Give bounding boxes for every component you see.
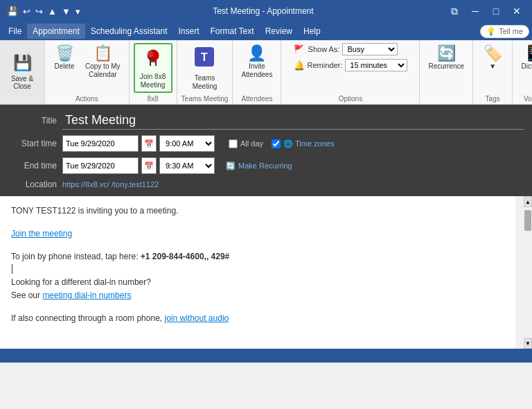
close-button[interactable]: ✕ xyxy=(507,1,526,21)
start-time-select[interactable]: 9:00 AM 9:30 AM 10:00 AM xyxy=(159,135,215,152)
ribbon-group-8x8: Join 8x8 Meeting 8x8 xyxy=(130,40,177,104)
flag-icon: 🚩 xyxy=(294,44,304,54)
options-items: 🚩 Show As: Busy Free Tentative Out of Of… xyxy=(294,43,408,94)
title-input[interactable] xyxy=(62,112,524,130)
menu-review[interactable]: Review xyxy=(260,24,298,39)
start-calendar-button[interactable]: 📅 xyxy=(141,135,157,152)
intro-paragraph: TONY TEST1122 is inviting you to a meeti… xyxy=(11,204,504,218)
menu-format-text[interactable]: Format Text xyxy=(205,24,260,39)
tags-button[interactable]: 🏷️ ▼ xyxy=(477,43,508,73)
tags-icon: 🏷️ xyxy=(484,46,502,61)
ribbon-group-attendees: 👤 Invite Attendees Attendees xyxy=(233,40,281,104)
customize-qat-button[interactable]: ▾ xyxy=(74,5,82,18)
attendees-buttons: 👤 Invite Attendees xyxy=(237,43,276,94)
all-day-checkbox[interactable] xyxy=(229,139,238,148)
make-recurring-button[interactable]: 🔄 Make Recurring xyxy=(226,162,292,171)
maximize-button[interactable]: □ xyxy=(486,1,506,21)
minimize-button[interactable]: ─ xyxy=(466,1,485,21)
menu-insert[interactable]: Insert xyxy=(172,24,204,39)
content-area-wrapper: TONY TEST1122 is inviting you to a meeti… xyxy=(0,196,532,349)
location-link[interactable]: https://8x8.vc/ /tony.test1122 xyxy=(62,180,159,189)
join-without-audio-link[interactable]: join without audio xyxy=(165,313,229,323)
teams-meeting-label: Teams Meeting xyxy=(193,74,218,91)
location-row: Location https://8x8.vc/ /tony.test1122 xyxy=(0,177,532,192)
show-as-label: Show As: xyxy=(308,45,340,53)
join-8x8-button[interactable]: Join 8x8 Meeting xyxy=(134,43,172,93)
save-close-icon: 💾 xyxy=(13,54,32,72)
save-close-label: Save & Close xyxy=(11,75,33,90)
room-phone-text: If also connecting through a room phone, xyxy=(11,313,162,323)
start-time-label: Start time xyxy=(8,139,57,148)
lightbulb-icon: 💡 xyxy=(486,27,496,36)
delete-button[interactable]: 🗑️ Delete xyxy=(49,43,80,73)
location-label: Location xyxy=(8,180,57,189)
window-title: Test Meeting - Appointment xyxy=(82,6,445,16)
ribbon-group-options: 🚩 Show As: Busy Free Tentative Out of Of… xyxy=(281,40,420,104)
quick-access-toolbar: 💾 ↩ ↪ ▲ ▼ ▾ xyxy=(6,5,82,18)
menu-scheduling[interactable]: Scheduling Assistant xyxy=(85,24,173,39)
time-zones-link[interactable]: 🌐 Time zones xyxy=(283,139,334,148)
copy-to-calendar-button[interactable]: 📋 Copy to My Calendar xyxy=(81,43,125,82)
arrow-up-qat-button[interactable]: ▲ xyxy=(46,5,58,18)
redo-qat-button[interactable]: ↪ xyxy=(34,5,44,18)
ribbon-group-teams: T Teams Meeting Teams Meeting xyxy=(177,40,233,104)
dictate-button[interactable]: 📱 Dictate xyxy=(517,43,532,73)
menu-help[interactable]: Help xyxy=(298,24,326,39)
teams-meeting-button[interactable]: T Teams Meeting xyxy=(188,43,222,94)
end-time-row: End time 📅 9:30 AM 10:00 AM 10:30 AM 🔄 M… xyxy=(0,155,532,177)
room-phone-paragraph: If also connecting through a room phone,… xyxy=(11,312,504,325)
teams-icon: T xyxy=(193,46,215,73)
invite-label: Invite Attendees xyxy=(241,62,272,79)
title-bar: 💾 ↩ ↪ ▲ ▼ ▾ Test Meeting - Appointment ⧉… xyxy=(0,0,532,22)
menu-file[interactable]: File xyxy=(3,24,27,39)
end-calendar-button[interactable]: 📅 xyxy=(141,157,157,174)
8x8-buttons: Join 8x8 Meeting xyxy=(134,43,172,94)
end-time-select[interactable]: 9:30 AM 10:00 AM 10:30 AM xyxy=(159,157,215,174)
ribbon-group-tags: 🏷️ ▼ Tags xyxy=(473,40,513,104)
title-row: Title xyxy=(0,109,532,132)
recurrence-button[interactable]: 🔄 Recurrence xyxy=(424,43,468,73)
show-as-select[interactable]: Busy Free Tentative Out of Office xyxy=(342,43,398,55)
scroll-thumb[interactable] xyxy=(524,210,531,231)
reminder-select[interactable]: 15 minutes 5 minutes 30 minutes 1 hour xyxy=(345,59,407,71)
scroll-down-button[interactable]: ▼ xyxy=(524,338,532,349)
undo-qat-button[interactable]: ↩ xyxy=(21,5,32,18)
see-our-paragraph: See our meeting dial-in numbers xyxy=(11,289,504,302)
tell-me-box[interactable]: 💡 Tell me xyxy=(480,25,529,38)
svg-point-2 xyxy=(148,51,153,58)
delete-icon: 🗑️ xyxy=(55,46,74,61)
arrow-down-qat-button[interactable]: ▼ xyxy=(60,5,72,18)
ribbon-group-recurrence: 🔄 Recurrence xyxy=(420,40,473,104)
menu-appointment[interactable]: Appointment xyxy=(27,24,85,39)
window-controls: ⧉ ─ □ ✕ xyxy=(445,1,526,21)
tell-me-label: Tell me xyxy=(499,27,523,35)
join-8x8-label: Join 8x8 Meeting xyxy=(140,73,166,89)
microphone-icon: 📱 xyxy=(523,46,532,61)
actions-group-label: Actions xyxy=(76,95,98,103)
join-meeting-link[interactable]: Join the meeting xyxy=(11,229,72,238)
join-8x8-icon xyxy=(141,46,166,71)
content-area: TONY TEST1122 is inviting you to a meeti… xyxy=(0,196,524,349)
restore-button[interactable]: ⧉ xyxy=(445,1,464,21)
start-date-input[interactable] xyxy=(62,135,139,152)
end-date-input[interactable] xyxy=(62,157,139,174)
time-zones-checkbox[interactable] xyxy=(272,139,281,148)
scroll-up-button[interactable]: ▲ xyxy=(524,196,532,207)
reminder-label: Reminder: xyxy=(308,61,343,69)
8x8-group-label: 8x8 xyxy=(148,95,159,103)
phone-number: +1 209-844-4600,, 429# xyxy=(141,252,229,261)
voice-group-label: Voice xyxy=(524,95,532,103)
save-qat-button[interactable]: 💾 xyxy=(6,5,19,18)
save-close-button[interactable]: 💾 Save & Close xyxy=(3,49,42,95)
intro-text: TONY TEST1122 is inviting you to a meeti… xyxy=(11,206,178,216)
delete-label: Delete xyxy=(55,62,75,71)
join-link-paragraph: Join the meeting xyxy=(11,227,504,241)
ribbon-group-actions: 🗑️ Delete 📋 Copy to My Calendar Actions xyxy=(45,40,130,104)
ribbon-group-voice: 📱 Dictate Voice xyxy=(513,40,532,104)
bell-icon: 🔔 xyxy=(294,60,305,71)
copy-calendar-label: Copy to My Calendar xyxy=(85,62,121,79)
title-bar-left: 💾 ↩ ↪ ▲ ▼ ▾ xyxy=(6,5,82,18)
dictate-label: Dictate xyxy=(522,62,532,71)
dial-in-link[interactable]: meeting dial-in numbers xyxy=(42,290,131,300)
invite-attendees-button[interactable]: 👤 Invite Attendees xyxy=(237,43,276,82)
